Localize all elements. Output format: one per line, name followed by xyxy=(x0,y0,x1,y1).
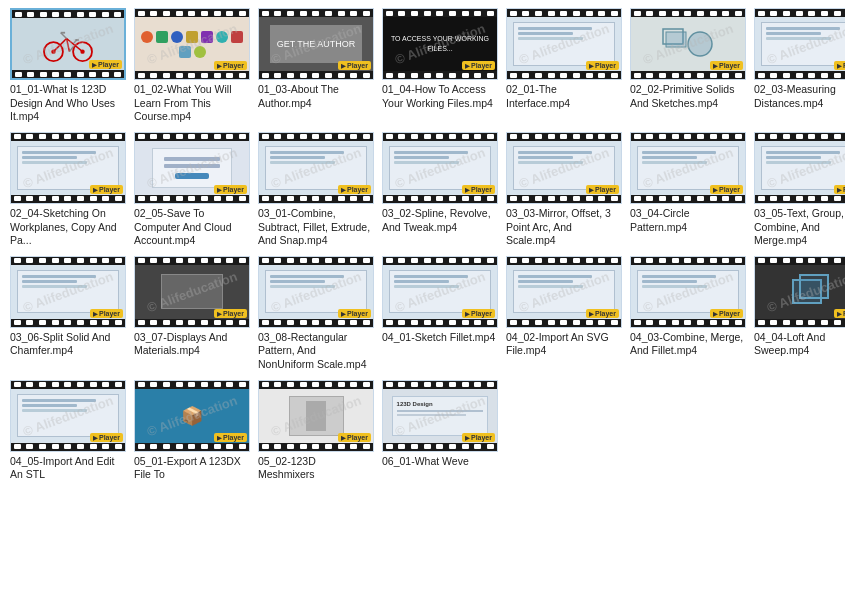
player-badge-03_06: Player xyxy=(90,309,123,318)
player-badge-02_02: Player xyxy=(710,61,743,70)
thumbnail-03_05[interactable]: © AlifeducationPlayer xyxy=(754,132,845,204)
video-item-01_03[interactable]: GET THE AUTHOR © AlifeducationPlayer01_0… xyxy=(258,8,376,124)
video-item-02_01[interactable]: © AlifeducationPlayer02_01-The Interface… xyxy=(506,8,624,124)
video-label-02_04: 02_04-Sketching On Workplanes, Copy And … xyxy=(10,207,126,248)
video-item-01_01[interactable]: © AlifeducationPlayer01_01-What Is 123D … xyxy=(10,8,128,124)
video-label-06_01: 06_01-What Weve xyxy=(382,455,469,469)
video-item-03_01[interactable]: © AlifeducationPlayer03_01-Combine, Subt… xyxy=(258,132,376,248)
player-badge-03_02: Player xyxy=(462,185,495,194)
video-item-02_03[interactable]: © AlifeducationPlayer02_03-Measuring Dis… xyxy=(754,8,845,124)
thumbnail-01_02[interactable]: © AlifeducationPlayer xyxy=(134,8,250,80)
player-badge-04_03: Player xyxy=(710,309,743,318)
player-badge-03_03: Player xyxy=(586,185,619,194)
thumbnail-04_02[interactable]: © AlifeducationPlayer xyxy=(506,256,622,328)
player-badge-01_01: Player xyxy=(89,60,122,69)
video-label-04_05: 04_05-Import And Edit An STL xyxy=(10,455,126,482)
video-item-03_04[interactable]: © AlifeducationPlayer03_04-Circle Patter… xyxy=(630,132,748,248)
thumb-img-02_03 xyxy=(755,17,845,71)
video-item-01_02[interactable]: © AlifeducationPlayer01_02-What You Will… xyxy=(134,8,252,124)
player-badge-02_05: Player xyxy=(214,185,247,194)
video-label-01_02: 01_02-What You Will Learn From This Cour… xyxy=(134,83,250,124)
video-item-05_01[interactable]: 📦© AlifeducationPlayer05_01-Export A 123… xyxy=(134,380,252,482)
video-label-01_04: 01_04-How To Access Your Working Files.m… xyxy=(382,83,498,110)
player-badge-03_05: Player xyxy=(834,185,845,194)
thumbnail-03_01[interactable]: © AlifeducationPlayer xyxy=(258,132,374,204)
thumbnail-03_08[interactable]: © AlifeducationPlayer xyxy=(258,256,374,328)
video-label-02_03: 02_03-Measuring Distances.mp4 xyxy=(754,83,845,110)
thumbnail-02_03[interactable]: © AlifeducationPlayer xyxy=(754,8,845,80)
thumbnail-02_02[interactable]: © AlifeducationPlayer xyxy=(630,8,746,80)
thumbnail-02_01[interactable]: © AlifeducationPlayer xyxy=(506,8,622,80)
video-label-04_01: 04_01-Sketch Fillet.mp4 xyxy=(382,331,495,345)
video-item-01_04[interactable]: TO ACCESS YOUR WORKING FILES...© Alifedu… xyxy=(382,8,500,124)
thumbnail-05_02[interactable]: © AlifeducationPlayer xyxy=(258,380,374,452)
thumbnail-04_03[interactable]: © AlifeducationPlayer xyxy=(630,256,746,328)
video-label-03_03: 03_03-Mirror, Offset, 3 Point Arc, And S… xyxy=(506,207,622,248)
thumbnail-05_01[interactable]: 📦© AlifeducationPlayer xyxy=(134,380,250,452)
video-item-02_04[interactable]: © AlifeducationPlayer02_04-Sketching On … xyxy=(10,132,128,248)
video-item-06_01[interactable]: 123D Design © AlifeducationPlayer06_01-W… xyxy=(382,380,500,482)
player-badge-05_01: Player xyxy=(214,433,247,442)
video-item-04_02[interactable]: © AlifeducationPlayer04_02-Import An SVG… xyxy=(506,256,624,372)
video-item-03_08[interactable]: © AlifeducationPlayer03_08-Rectangular P… xyxy=(258,256,376,372)
player-badge-04_01: Player xyxy=(462,309,495,318)
thumbnail-03_07[interactable]: © AlifeducationPlayer xyxy=(134,256,250,328)
player-badge-01_03: Player xyxy=(338,61,371,70)
video-label-03_07: 03_07-Displays And Materials.mp4 xyxy=(134,331,250,358)
video-label-05_02: 05_02-123D Meshmixers xyxy=(258,455,374,482)
video-item-04_03[interactable]: © AlifeducationPlayer04_03-Combine, Merg… xyxy=(630,256,748,372)
player-badge-04_04: Player xyxy=(834,309,845,318)
video-item-03_07[interactable]: © AlifeducationPlayer03_07-Displays And … xyxy=(134,256,252,372)
video-label-01_01: 01_01-What Is 123D Design And Who Uses I… xyxy=(10,83,126,124)
video-item-03_06[interactable]: © AlifeducationPlayer03_06-Split Solid A… xyxy=(10,256,128,372)
video-item-03_02[interactable]: © AlifeducationPlayer03_02-Spline, Revol… xyxy=(382,132,500,248)
thumbnail-03_04[interactable]: © AlifeducationPlayer xyxy=(630,132,746,204)
video-item-04_04[interactable]: © AlifeducationPlayer04_04-Loft And Swee… xyxy=(754,256,845,372)
video-item-02_05[interactable]: © AlifeducationPlayer02_05-Save To Compu… xyxy=(134,132,252,248)
video-label-03_01: 03_01-Combine, Subtract, Fillet, Extrude… xyxy=(258,207,374,248)
thumbnail-04_01[interactable]: © AlifeducationPlayer xyxy=(382,256,498,328)
player-badge-05_02: Player xyxy=(338,433,371,442)
thumbnail-04_04[interactable]: © AlifeducationPlayer xyxy=(754,256,845,328)
svg-rect-13 xyxy=(666,32,686,47)
video-label-04_03: 04_03-Combine, Merge, And Fillet.mp4 xyxy=(630,331,746,358)
thumbnail-01_04[interactable]: TO ACCESS YOUR WORKING FILES...© Alifedu… xyxy=(382,8,498,80)
thumbnail-01_01[interactable]: © AlifeducationPlayer xyxy=(10,8,126,80)
svg-line-4 xyxy=(53,39,66,52)
video-item-04_01[interactable]: © AlifeducationPlayer04_01-Sketch Fillet… xyxy=(382,256,500,372)
video-label-04_02: 04_02-Import An SVG File.mp4 xyxy=(506,331,622,358)
player-badge-02_04: Player xyxy=(90,185,123,194)
thumbnail-02_04[interactable]: © AlifeducationPlayer xyxy=(10,132,126,204)
svg-point-14 xyxy=(688,32,712,56)
player-badge-03_07: Player xyxy=(214,309,247,318)
player-badge-01_02: Player xyxy=(214,61,247,70)
player-badge-02_03: Player xyxy=(834,61,845,70)
player-badge-03_04: Player xyxy=(710,185,743,194)
video-label-03_04: 03_04-Circle Pattern.mp4 xyxy=(630,207,746,234)
player-badge-04_05: Player xyxy=(90,433,123,442)
thumbnail-04_05[interactable]: © AlifeducationPlayer xyxy=(10,380,126,452)
thumbnail-03_03[interactable]: © AlifeducationPlayer xyxy=(506,132,622,204)
video-label-02_02: 02_02-Primitive Solids And Sketches.mp4 xyxy=(630,83,746,110)
video-grid: © AlifeducationPlayer01_01-What Is 123D … xyxy=(0,0,845,492)
video-label-02_01: 02_01-The Interface.mp4 xyxy=(506,83,622,110)
video-label-01_03: 01_03-About The Author.mp4 xyxy=(258,83,374,110)
video-label-03_05: 03_05-Text, Group, Combine, And Merge.mp… xyxy=(754,207,845,248)
video-label-04_04: 04_04-Loft And Sweep.mp4 xyxy=(754,331,845,358)
video-label-05_01: 05_01-Export A 123DX File To xyxy=(134,455,250,482)
video-item-04_05[interactable]: © AlifeducationPlayer04_05-Import And Ed… xyxy=(10,380,128,482)
player-badge-04_02: Player xyxy=(586,309,619,318)
thumbnail-02_05[interactable]: © AlifeducationPlayer xyxy=(134,132,250,204)
video-item-02_02[interactable]: © AlifeducationPlayer02_02-Primitive Sol… xyxy=(630,8,748,124)
thumbnail-03_02[interactable]: © AlifeducationPlayer xyxy=(382,132,498,204)
thumbnail-01_03[interactable]: GET THE AUTHOR © AlifeducationPlayer xyxy=(258,8,374,80)
video-label-03_02: 03_02-Spline, Revolve, And Tweak.mp4 xyxy=(382,207,498,234)
player-badge-01_04: Player xyxy=(462,61,495,70)
video-item-05_02[interactable]: © AlifeducationPlayer05_02-123D Meshmixe… xyxy=(258,380,376,482)
thumbnail-06_01[interactable]: 123D Design © AlifeducationPlayer xyxy=(382,380,498,452)
player-badge-03_08: Player xyxy=(338,309,371,318)
video-item-03_03[interactable]: © AlifeducationPlayer03_03-Mirror, Offse… xyxy=(506,132,624,248)
video-item-03_05[interactable]: © AlifeducationPlayer03_05-Text, Group, … xyxy=(754,132,845,248)
video-label-02_05: 02_05-Save To Computer And Cloud Account… xyxy=(134,207,250,248)
thumbnail-03_06[interactable]: © AlifeducationPlayer xyxy=(10,256,126,328)
